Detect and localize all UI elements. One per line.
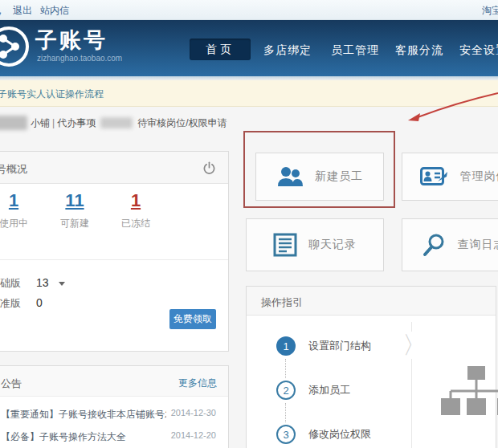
greeting-fragment: ， (0, 5, 5, 16)
chat-log-button[interactable]: 聊天记录 (246, 218, 384, 271)
announcement-title[interactable]: 【重要通知】子账号接收非本店铺账号发送 (1, 408, 166, 422)
stat-in-use-value[interactable]: 1 (0, 190, 31, 211)
nav-tab-home[interactable]: 首页 (190, 39, 251, 60)
realname-flow-link[interactable]: 子账号实人认证操作流程 (0, 88, 104, 101)
stat-in-use-label: 使用中 (0, 217, 31, 230)
step-number-badge: 2 (276, 381, 296, 400)
notice-bar: 子账号实人认证操作流程 (0, 80, 498, 107)
nav-item-security[interactable]: 安全设置 (459, 43, 498, 58)
logo-title: 子账号 (35, 26, 108, 55)
overview-divider (0, 259, 228, 260)
subaccount-logo-icon (0, 25, 31, 68)
account-overview-panel: 子账号概况 1 使用中 11 可新建 1 已冻结 基础版 13 标准版 0 (0, 151, 229, 352)
user-info-line: 小铺 | 代办事项 待审核岗位/权限申请 (0, 114, 227, 132)
stat-frozen-label: 已冻结 (118, 217, 153, 230)
pending-approvals-link[interactable]: 待审核岗位/权限申请 (137, 116, 227, 130)
stat-creatable-value[interactable]: 11 (57, 190, 92, 211)
query-log-button[interactable]: 查询日志 (402, 218, 498, 271)
taobao-link[interactable]: 淘宝 (482, 4, 498, 18)
step-connector (285, 359, 286, 378)
overview-panel-title: 子账号概况 (0, 162, 27, 177)
shop-name-suffix: 小铺 (31, 116, 50, 130)
subaccount-home-screen: ，退出站内信 淘宝 子账号 zizhanghao.taobao.com 首页 多… (0, 0, 498, 448)
announcements-header: 公告 更多信息 (0, 366, 228, 397)
version-basic-value: 13 (36, 276, 49, 289)
announcement-title[interactable]: 【必备】子账号操作方法大全 (1, 430, 126, 444)
announcement-date: 2014-12-20 (171, 430, 216, 440)
id-badge-icon (420, 165, 449, 188)
app-header: 子账号 zizhanghao.taobao.com 首页 多店绑定 员工管理 客… (0, 20, 498, 76)
stat-in-use: 1 使用中 (0, 190, 31, 230)
query-log-label: 查询日志 (458, 238, 498, 252)
announcement-item[interactable]: 【必备】子账号操作方法大全 2014-12-20 (0, 430, 228, 445)
version-basic-label: 基础版 (0, 276, 21, 291)
new-employee-label: 新建员工 (315, 169, 363, 184)
nav-item-service-routing[interactable]: 客服分流 (395, 43, 443, 58)
chevron-down-icon[interactable] (59, 282, 65, 286)
step-label: 修改岗位权限 (308, 425, 371, 444)
stat-frozen-value[interactable]: 1 (118, 190, 153, 211)
step-label: 添加员工 (308, 381, 350, 400)
top-utility-bar: ，退出站内信 淘宝 (0, 0, 498, 20)
topbar-left-links: ，退出站内信 (0, 4, 77, 18)
redacted-shop-name (0, 116, 27, 130)
announcements-title: 公告 (1, 377, 22, 391)
redacted-count (100, 117, 133, 128)
users-icon (276, 165, 304, 188)
step-label: 设置部门结构 (308, 336, 371, 356)
guide-title: 操作指引 (261, 295, 303, 310)
guide-header: 操作指引 (247, 287, 496, 316)
overview-panel-header: 子账号概况 (0, 152, 228, 184)
search-icon (422, 233, 447, 257)
step-number-badge: 1 (276, 336, 296, 356)
manage-post-label: 管理岗位 (460, 169, 498, 184)
operation-guide-panel: 操作指引 1 设置部门结构 2 添加员工 3 修改岗位权限 〉 (246, 286, 496, 448)
org-chart-icon (431, 364, 498, 422)
stat-creatable: 11 可新建 (57, 190, 92, 230)
new-employee-button[interactable]: 新建员工 (255, 153, 384, 201)
announcement-item[interactable]: 【重要通知】子账号接收非本店铺账号发送 2014-12-30 (0, 408, 228, 422)
logo-domain: zizhanghao.taobao.com (37, 54, 122, 63)
stat-frozen: 1 已冻结 (118, 190, 153, 230)
site-mail-link[interactable]: 站内信 (40, 5, 69, 16)
announcements-panel: 公告 更多信息 【重要通知】子账号接收非本店铺账号发送 2014-12-30 【… (0, 365, 229, 448)
todo-label[interactable]: 代办事项 (57, 116, 96, 130)
more-info-link[interactable]: 更多信息 (178, 377, 217, 390)
nav-item-employees[interactable]: 员工管理 (331, 43, 379, 58)
separator: | (52, 117, 55, 128)
chat-log-icon (273, 233, 297, 257)
manage-post-button[interactable]: 管理岗位 (402, 153, 498, 201)
logout-link[interactable]: 退出 (13, 5, 32, 16)
chat-log-label: 聊天记录 (308, 238, 357, 252)
chevron-right-icon: 〉 (402, 332, 427, 359)
free-claim-button[interactable]: 免费领取 (169, 309, 216, 329)
power-icon[interactable] (202, 161, 216, 175)
stat-creatable-label: 可新建 (57, 217, 92, 230)
version-standard-value: 0 (36, 296, 43, 309)
announcement-date: 2014-12-30 (171, 408, 216, 417)
nav-item-multistore[interactable]: 多店绑定 (263, 43, 312, 58)
step-connector (285, 403, 286, 422)
step-number-badge: 3 (276, 425, 296, 444)
version-standard-label: 标准版 (0, 296, 21, 311)
